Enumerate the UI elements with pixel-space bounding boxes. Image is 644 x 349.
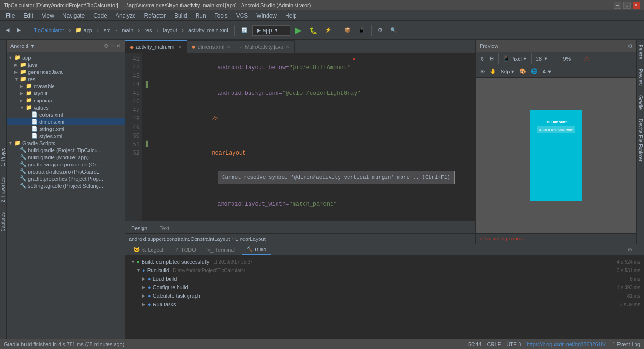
tab-todo[interactable]: ✓ TODO <box>170 245 201 255</box>
src-folder-button[interactable]: src <box>101 24 114 37</box>
build-row-calculate[interactable]: ▶ ● Calculate task graph 81 ms <box>125 292 644 300</box>
run-button[interactable]: ▶ <box>292 24 304 37</box>
preview-dp-btn[interactable]: 8dp ▼ <box>499 66 517 77</box>
project-settings-icon[interactable]: ⚙ <box>104 43 109 49</box>
tree-item-mipmap[interactable]: ▶ 📁 mipmap <box>7 97 125 104</box>
menu-navigate[interactable]: Navigate <box>59 11 89 20</box>
path-constraintlayout[interactable]: android.support.constraint.ConstraintLay… <box>129 236 230 242</box>
tree-item-build-gradle-app[interactable]: 🔧 build.gradle (Module: app) <box>7 154 125 161</box>
tree-item-dimens[interactable]: 📄 dimens.xml <box>7 118 125 125</box>
tree-item-settings-gradle[interactable]: 🔧 settings.gradle (Project Setting... <box>7 182 125 189</box>
project-gear-icon[interactable]: ≡ <box>111 43 114 49</box>
tab-close-activity-main[interactable]: ✕ <box>178 45 182 50</box>
menu-file[interactable]: File <box>2 11 18 20</box>
tab-design[interactable]: Design <box>125 223 153 233</box>
preview-zoom-in-btn[interactable]: + <box>572 54 578 64</box>
menu-window[interactable]: Window <box>252 11 280 20</box>
back-button[interactable]: ◀ <box>3 24 12 37</box>
preview-activity-btn[interactable]: A ▼ <box>540 66 554 77</box>
preview-api-btn[interactable]: 28 ▼ <box>534 54 550 64</box>
right-tab-preview[interactable]: Preview <box>637 66 644 89</box>
right-tab-gradle[interactable]: Gradle <box>637 92 644 112</box>
tab-text[interactable]: Text <box>153 223 175 233</box>
menu-refactor[interactable]: Refactor <box>141 11 170 20</box>
maximize-button[interactable]: □ <box>623 2 631 9</box>
tree-item-gradle-props[interactable]: 🔧 gradle.properties (Project Prop... <box>7 175 125 182</box>
csdn-link[interactable]: https://blog.csdn.net/qq886026184 <box>527 341 607 347</box>
menu-tools[interactable]: Tools <box>211 11 232 20</box>
right-tab-palette[interactable]: Palette <box>637 42 644 62</box>
tree-item-build-gradle-proj[interactable]: 🔧 build.gradle (Project: TipCalcu... <box>7 147 125 154</box>
res-folder-button[interactable]: res <box>142 24 154 37</box>
sidebar-tab-project[interactable]: 1: Project <box>0 144 6 169</box>
activity-main-file-button[interactable]: activity_main.xml <box>186 24 231 37</box>
sdk-manager-button[interactable]: 📦 <box>341 24 354 37</box>
tree-item-values[interactable]: ▼ 📁 values <box>7 104 125 111</box>
preview-settings-icon[interactable]: ⚙ <box>628 43 633 49</box>
menu-edit[interactable]: Edit <box>19 11 37 20</box>
sidebar-tab-captures[interactable]: Captures <box>0 210 6 235</box>
build-row-configure[interactable]: ▶ ● Configure build 1 s 393 ms <box>125 283 644 292</box>
preview-device-btn[interactable]: 📱 Pixel ▼ <box>501 54 529 64</box>
main-folder-button[interactable]: main <box>119 24 136 37</box>
code-area[interactable]: android:layout_below="@id/etBillAmount" … <box>142 53 475 221</box>
tab-close-dimens[interactable]: ✕ <box>226 44 230 49</box>
menu-code[interactable]: Code <box>89 11 111 20</box>
preview-zoom-out-btn[interactable]: − <box>555 54 562 64</box>
minimize-button[interactable]: ─ <box>614 2 621 9</box>
menu-analyze[interactable]: Analyze <box>112 11 140 20</box>
layout-folder-button[interactable]: layout <box>161 24 180 37</box>
event-log-label[interactable]: 1 Event Log <box>612 341 640 347</box>
menu-build[interactable]: Build <box>170 11 191 20</box>
tree-item-generatedJava[interactable]: ▶ 📁 generatedJava <box>7 68 125 75</box>
sidebar-tab-favorites[interactable]: 2: Favorites <box>0 174 6 205</box>
tab-logcat[interactable]: 🐱 6: Logcat <box>129 245 168 255</box>
tab-close-main-activity[interactable]: ✕ <box>286 44 289 49</box>
tree-item-app[interactable]: ▼ 📁 app <box>7 54 125 61</box>
settings-button[interactable]: ⚙ <box>375 24 385 37</box>
tree-item-gradle-scripts[interactable]: ▼ 📁 Gradle Scripts <box>7 139 125 147</box>
tree-item-gradle-wrapper[interactable]: 🔧 gradle-wrapper.properties (Gr... <box>7 161 125 168</box>
tree-item-drawable[interactable]: ▶ 📁 drawable <box>7 83 125 90</box>
preview-pan-btn[interactable]: 🤚 <box>488 66 498 77</box>
preview-blueprint-btn[interactable]: ⊞ <box>488 54 496 64</box>
menu-run[interactable]: Run <box>192 11 210 20</box>
path-linearlayout[interactable]: LinearLayout <box>235 236 266 242</box>
build-row-load[interactable]: ▶ ● Load build 8 ms <box>125 275 644 283</box>
app-selector-dropdown[interactable]: ▶ app ▼ <box>252 25 290 36</box>
tree-item-strings[interactable]: 📄 strings.xml <box>7 125 125 132</box>
debug-button[interactable]: 🐛 <box>306 24 320 37</box>
preview-design-mode-btn[interactable]: 🖱 <box>478 54 487 64</box>
gradle-sync-button[interactable]: 🔄 <box>238 24 250 37</box>
tree-item-java[interactable]: ▶ 📁 java <box>7 61 125 68</box>
search-everywhere-button[interactable]: 🔍 <box>387 24 400 37</box>
tab-terminal[interactable]: >_ Terminal <box>203 245 240 255</box>
project-close-icon[interactable]: ✕ <box>116 43 121 49</box>
preview-locale-btn[interactable]: 🌐 <box>529 66 539 77</box>
preview-theme-btn[interactable]: 🎨 <box>518 66 528 77</box>
build-row-success[interactable]: ▼ ● Build: completed successfully at 201… <box>125 257 644 266</box>
close-button[interactable]: ✕ <box>633 2 640 9</box>
tab-activity-main[interactable]: ◆ activity_main.xml ✕ <box>125 40 187 53</box>
menu-vcs[interactable]: VCS <box>233 11 252 20</box>
tab-build[interactable]: 🔨 Build <box>242 245 271 255</box>
forward-button[interactable]: ▶ <box>14 24 24 37</box>
tree-item-layout[interactable]: ▶ 📁 layout <box>7 90 125 97</box>
avd-manager-button[interactable]: 📱 <box>356 24 368 37</box>
tree-item-res[interactable]: ▼ 📁 res <box>7 75 125 83</box>
tree-item-styles[interactable]: 📄 styles.xml <box>7 132 125 139</box>
app-folder-button[interactable]: 📁 app <box>72 24 95 37</box>
project-home-button[interactable]: TipCalculator <box>31 24 67 37</box>
build-row-tasks[interactable]: ▶ ● Run tasks 2 s 39 ms <box>125 300 644 309</box>
menu-help[interactable]: Help <box>281 11 301 20</box>
tree-item-proguard[interactable]: 🔧 proguard-rules.pro (ProGuard... <box>7 168 125 175</box>
build-settings-icon[interactable]: ⚙ <box>627 247 633 253</box>
tab-main-activity[interactable]: J MainActivity.java ✕ <box>235 40 295 53</box>
profile-button[interactable]: ⚡ <box>322 24 334 37</box>
tree-item-colors[interactable]: 📄 colors.xml <box>7 111 125 118</box>
build-row-run[interactable]: ▼ ● Run build D:\myAndroidProject\TipCal… <box>125 266 644 275</box>
right-tab-device-explorer[interactable]: Device File Explorer <box>637 116 644 164</box>
menu-view[interactable]: View <box>38 11 58 20</box>
preview-eye-btn[interactable]: 👁 <box>478 66 487 77</box>
tab-dimens[interactable]: ◆ dimens.xml ✕ <box>187 40 236 53</box>
